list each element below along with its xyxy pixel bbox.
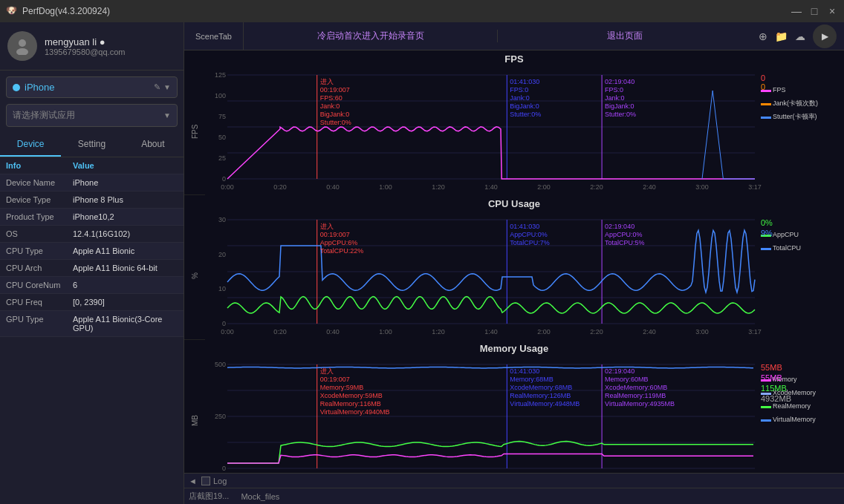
taskbar: 店截图19... Mock_files: [184, 488, 844, 504]
device-tabs: Device Setting About: [0, 133, 184, 157]
scene-tab-label: SceneTab: [184, 22, 244, 50]
info-key: Device Name: [6, 178, 73, 187]
taskbar-item-1[interactable]: 店截图19...: [189, 491, 229, 502]
info-key: Device Type: [6, 195, 73, 204]
user-email: 1395679580@qq.com: [45, 48, 125, 56]
info-value: 6: [73, 281, 77, 289]
info-row: GPU TypeApple A11 Bionic(3-Core GPU): [0, 311, 184, 337]
chart-memory-area[interactable]: [205, 357, 844, 473]
chart-cpu-area[interactable]: [205, 212, 844, 340]
svg-point-0: [19, 39, 26, 47]
info-row: OS12.4.1(16G102): [0, 226, 184, 243]
device-label: iPhone: [25, 82, 154, 93]
main-content: mengyuan li ● 1395679580@qq.com iPhone ✎…: [0, 22, 844, 504]
info-row: Device NameiPhone: [0, 174, 184, 192]
chart-cpu-title: CPU Usage: [184, 195, 844, 212]
chart-memory-title: Memory Usage: [184, 340, 844, 357]
info-key: CPU Arch: [6, 264, 73, 272]
minimize-button[interactable]: —: [791, 5, 802, 17]
info-value: Apple A11 Bionic 64-bit: [73, 264, 158, 272]
device-arrow-icon: ▼: [163, 83, 171, 91]
tab-device[interactable]: Device: [0, 133, 61, 157]
chart-cpu-ylabel: %: [184, 212, 205, 340]
play-button[interactable]: ▶: [813, 24, 837, 48]
info-value: iPhone: [73, 178, 98, 187]
info-key: GPU Type: [6, 315, 73, 333]
device-edit-icon[interactable]: ✎: [154, 82, 160, 92]
chart-fps-title: FPS: [184, 50, 844, 68]
maximize-button[interactable]: □: [808, 5, 820, 17]
app-title: PerfDog(v4.3.200924): [22, 6, 791, 16]
close-button[interactable]: ×: [826, 5, 838, 17]
info-key: OS: [6, 229, 73, 238]
location-icon[interactable]: ⊕: [759, 30, 767, 42]
info-row: Device TypeiPhone 8 Plus: [0, 192, 184, 209]
chart-memory: Memory UsageMB◄ ►: [184, 340, 844, 473]
bottom-bar: ◄ Log: [184, 473, 844, 488]
title-bar: 🐶 PerfDog(v4.3.200924) — □ ×: [0, 0, 844, 22]
scene-entry: 冷启动首次进入开始录音页: [244, 30, 497, 42]
svg-point-1: [16, 48, 28, 55]
chart-fps: FPSFPS◄ ►: [184, 50, 844, 195]
scene-tab-bar: SceneTab 冷启动首次进入开始录音页 退出页面 ⊕ 📁 ☁ ▶: [184, 22, 844, 50]
app-icon: 🐶: [6, 5, 18, 17]
log-label: Log: [213, 477, 227, 485]
user-info: mengyuan li ● 1395679580@qq.com: [45, 36, 125, 56]
info-row: InfoValue: [0, 157, 184, 174]
back-button[interactable]: ◄: [189, 477, 197, 485]
folder-icon[interactable]: 📁: [775, 30, 788, 42]
tab-about[interactable]: About: [123, 133, 184, 157]
info-value: Apple A11 Bionic: [73, 246, 134, 255]
app-selector[interactable]: 请选择测试应用 ▼: [6, 104, 178, 127]
log-checkbox-container: Log: [201, 477, 227, 485]
username: mengyuan li ●: [45, 36, 125, 48]
info-table: InfoValueDevice NameiPhoneDevice TypeiPh…: [0, 157, 184, 504]
window-controls[interactable]: — □ ×: [791, 5, 838, 17]
info-key: Info: [6, 161, 73, 170]
info-value: Apple A11 Bionic(3-Core GPU): [73, 315, 178, 333]
app-arrow-icon: ▼: [163, 111, 171, 120]
top-icons: ⊕ 📁 ☁ ▶: [751, 24, 844, 48]
right-panel: SceneTab 冷启动首次进入开始录音页 退出页面 ⊕ 📁 ☁ ▶ FPSFP…: [184, 22, 844, 504]
info-row: CPU CoreNum6: [0, 277, 184, 294]
device-status-dot: [13, 84, 20, 91]
app-selector-label: 请选择测试应用: [13, 109, 163, 122]
info-value: iPhone 8 Plus: [73, 195, 123, 204]
chart-memory-ylabel: MB: [184, 357, 205, 473]
scene-exit: 退出页面: [497, 30, 751, 42]
info-key: CPU Type: [6, 246, 73, 255]
taskbar-item-2[interactable]: Mock_files: [241, 492, 279, 501]
user-section: mengyuan li ● 1395679580@qq.com: [0, 22, 184, 71]
avatar: [7, 31, 37, 61]
cloud-icon[interactable]: ☁: [795, 30, 805, 42]
log-checkbox[interactable]: [201, 477, 210, 485]
device-selector[interactable]: iPhone ✎ ▼: [6, 76, 178, 98]
info-value: 12.4.1(16G102): [73, 229, 130, 238]
info-key: CPU CoreNum: [6, 281, 73, 289]
info-value: Value: [73, 161, 94, 170]
info-row: CPU ArchApple A11 Bionic 64-bit: [0, 260, 184, 277]
tab-setting[interactable]: Setting: [61, 133, 122, 157]
chart-fps-area[interactable]: [205, 68, 844, 195]
info-value: iPhone10,2: [73, 212, 114, 221]
info-value: [0, 2390]: [73, 298, 105, 307]
sidebar: mengyuan li ● 1395679580@qq.com iPhone ✎…: [0, 22, 184, 504]
info-key: Product Type: [6, 212, 73, 221]
chart-fps-ylabel: FPS: [184, 68, 205, 195]
info-row: CPU TypeApple A11 Bionic: [0, 243, 184, 260]
charts-area: FPSFPS◄ ►CPU Usage%◄ ►Memory UsageMB◄ ►: [184, 50, 844, 473]
chart-cpu: CPU Usage%◄ ►: [184, 195, 844, 340]
info-key: CPU Freq: [6, 298, 73, 307]
info-row: CPU Freq[0, 2390]: [0, 294, 184, 311]
info-row: Product TypeiPhone10,2: [0, 209, 184, 226]
